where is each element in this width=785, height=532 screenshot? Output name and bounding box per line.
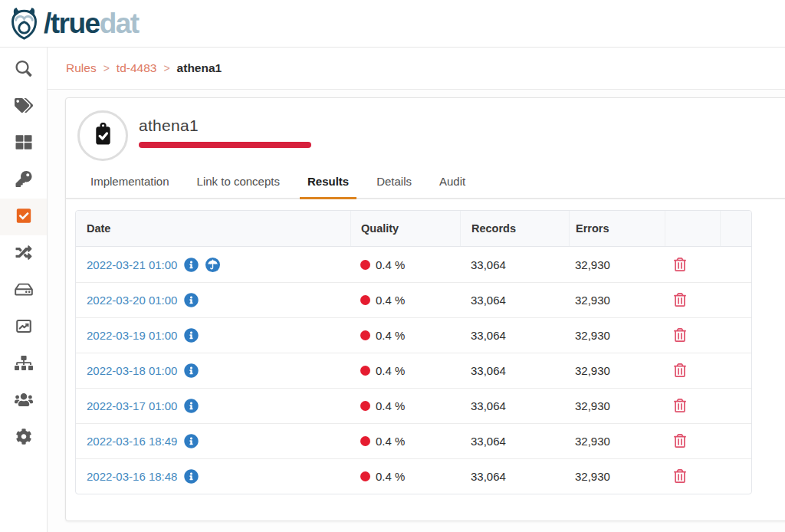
top-header: /truedat: [0, 0, 785, 48]
quality-value: 0.4 %: [376, 435, 405, 448]
results-table: Date Quality Records Errors 2022-03-21 0…: [75, 210, 752, 494]
info-icon[interactable]: [184, 363, 199, 378]
hard-drive-icon: [15, 281, 33, 300]
quality-status-dot: [360, 260, 370, 270]
records-value: 33,064: [460, 364, 569, 377]
truedat-logo[interactable]: /truedat: [6, 7, 139, 40]
delete-result-button[interactable]: [672, 362, 688, 379]
delete-result-button[interactable]: [672, 256, 688, 273]
result-date-link[interactable]: 2022-03-16 18:48: [87, 470, 177, 483]
delete-result-button[interactable]: [672, 397, 688, 414]
clipboard-check-icon: [91, 123, 115, 149]
chart-line-icon: [15, 318, 33, 337]
result-row: 2022-03-19 01:00 0.4 % 33,064 32,930: [76, 317, 751, 353]
sitemap-icon: [15, 355, 33, 374]
delete-result-button[interactable]: [672, 291, 688, 308]
quality-value: 0.4 %: [376, 258, 405, 271]
umbrella-icon[interactable]: [205, 258, 220, 272]
result-row: 2022-03-20 01:00 0.4 % 33,064 32,930: [76, 282, 751, 317]
owl-logo-icon: [6, 7, 44, 40]
column-header-extra: [720, 211, 751, 246]
sidebar-item-search[interactable]: [0, 51, 47, 88]
result-date-link[interactable]: 2022-03-16 18:49: [87, 435, 177, 448]
sidebar-item-connections[interactable]: [0, 235, 47, 272]
quality-status-dot: [360, 401, 370, 411]
column-header-date: Date: [76, 211, 350, 246]
info-icon[interactable]: [184, 293, 199, 307]
quality-value: 0.4 %: [376, 399, 405, 412]
rule-avatar: [77, 110, 128, 161]
quality-status-dot: [360, 436, 370, 446]
tab-link-to-concepts[interactable]: Link to concepts: [189, 175, 287, 198]
records-value: 33,064: [460, 294, 569, 307]
result-row: 2022-03-21 01:00 0.4 % 33,064 32,930: [76, 247, 751, 282]
tab-results[interactable]: Results: [300, 175, 356, 198]
result-row: 2022-03-16 18:49 0.4 % 33,064 32,930: [76, 423, 751, 458]
records-value: 33,064: [460, 329, 569, 342]
shuffle-icon: [15, 245, 33, 264]
info-icon[interactable]: [184, 469, 199, 484]
sidebar-item-user-groups[interactable]: [0, 383, 47, 419]
results-table-header: Date Quality Records Errors: [76, 211, 751, 247]
quality-value: 0.4 %: [376, 329, 405, 342]
errors-value: 32,930: [569, 258, 665, 271]
errors-value: 32,930: [569, 294, 665, 307]
delete-result-button[interactable]: [672, 432, 688, 449]
logo-text-light: dat: [100, 8, 139, 39]
info-icon[interactable]: [184, 328, 199, 343]
delete-result-button[interactable]: [672, 468, 688, 484]
quality-value: 0.4 %: [376, 470, 405, 483]
errors-value: 32,930: [569, 329, 665, 342]
delete-result-button[interactable]: [672, 327, 688, 343]
result-date-link[interactable]: 2022-03-20 01:00: [87, 294, 177, 307]
quality-status-dot: [360, 366, 370, 376]
breadcrumb-rule-link[interactable]: td-4483: [117, 61, 157, 75]
quality-value: 0.4 %: [376, 364, 405, 377]
breadcrumb-separator: >: [163, 62, 169, 74]
result-date-link[interactable]: 2022-03-17 01:00: [87, 399, 177, 412]
result-date-link[interactable]: 2022-03-21 01:00: [87, 258, 177, 271]
errors-value: 32,930: [569, 364, 665, 377]
result-date-link[interactable]: 2022-03-19 01:00: [87, 329, 177, 342]
rule-card-header: athena1: [66, 98, 785, 161]
tab-implementation[interactable]: Implementation: [83, 175, 177, 198]
sidebar-item-analytics[interactable]: [0, 309, 47, 346]
key-icon: [15, 171, 33, 190]
result-row: 2022-03-16 18:48 0.4 % 33,064 32,930: [76, 458, 751, 494]
column-header-actions: [665, 211, 720, 246]
info-icon[interactable]: [184, 399, 199, 413]
column-header-errors: Errors: [569, 211, 665, 246]
check-square-icon: [15, 208, 33, 227]
records-value: 33,064: [460, 470, 569, 483]
info-icon[interactable]: [184, 434, 199, 448]
sidebar-item-settings[interactable]: [0, 419, 47, 456]
breadcrumb-rules-link[interactable]: Rules: [66, 61, 97, 75]
sidebar-item-quality-rules[interactable]: [0, 199, 47, 235]
errors-value: 32,930: [569, 399, 665, 412]
tab-audit[interactable]: Audit: [432, 175, 473, 198]
quality-status-dot: [360, 330, 370, 340]
breadcrumb-current: athena1: [177, 61, 222, 75]
breadcrumb-separator: >: [103, 62, 110, 74]
info-icon[interactable]: [184, 258, 199, 272]
page-title: athena1: [139, 117, 311, 135]
column-header-records: Records: [460, 211, 569, 246]
result-date-link[interactable]: 2022-03-18 01:00: [87, 364, 177, 377]
quality-status-dot: [360, 471, 370, 481]
sidebar-item-structures[interactable]: [0, 346, 47, 383]
sidebar-item-systems[interactable]: [0, 272, 47, 309]
result-row: 2022-03-17 01:00 0.4 % 33,064 32,930: [76, 388, 751, 423]
search-icon: [15, 61, 33, 80]
main-content: Rules > td-4483 > athena1 athena1: [48, 48, 785, 532]
quality-status-dot: [360, 295, 370, 305]
tab-details[interactable]: Details: [369, 175, 419, 198]
sidebar-item-tags[interactable]: [0, 88, 47, 125]
records-value: 33,064: [460, 399, 569, 412]
rule-card: athena1 Implementation Link to concepts …: [65, 97, 785, 521]
records-value: 33,064: [460, 435, 569, 448]
breadcrumb: Rules > td-4483 > athena1: [48, 48, 785, 90]
users-icon: [15, 392, 33, 411]
grid-icon: [15, 134, 33, 153]
sidebar-item-modules[interactable]: [0, 125, 47, 162]
sidebar-item-permissions[interactable]: [0, 162, 47, 199]
